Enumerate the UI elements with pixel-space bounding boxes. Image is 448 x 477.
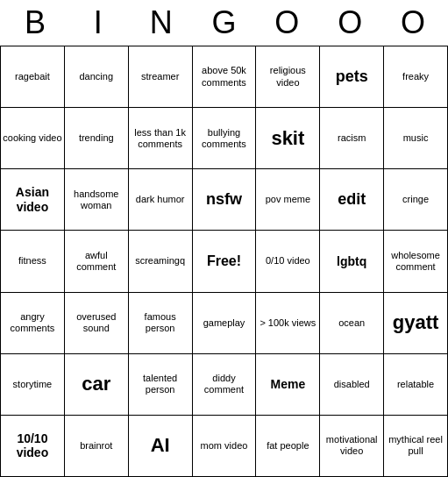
bingo-cell: religious video [256,46,320,108]
bingo-grid: ragebaitdancingstreamerabove 50k comment… [0,46,448,477]
bingo-cell: pov meme [256,169,320,231]
bingo-cell: dark humor [129,169,193,231]
bingo-cell: edit [320,169,384,231]
bingo-cell: angry comments [1,293,65,354]
bingo-cell: music [384,108,448,169]
bingo-cell: famous person [129,293,193,354]
bingo-cell: trending [65,108,129,169]
bingo-letter: N [130,4,193,41]
bingo-cell: Free! [193,231,257,292]
bingo-cell: pets [320,46,384,108]
bingo-cell: 0/10 video [256,231,320,292]
bingo-cell: 10/10 video [1,416,65,477]
bingo-cell: car [65,354,129,416]
bingo-header: BINGOOO [0,0,448,46]
bingo-cell: cringe [384,169,448,231]
bingo-cell: fitness [1,231,65,292]
bingo-cell: mom video [193,416,257,477]
bingo-cell: storytime [1,354,65,416]
bingo-cell: Meme [256,354,320,416]
bingo-cell: AI [129,416,193,477]
bingo-cell: > 100k views [256,293,320,354]
bingo-cell: above 50k comments [193,46,257,108]
bingo-cell: gyatt [384,293,448,354]
bingo-letter: O [255,4,318,41]
bingo-cell: nsfw [193,169,257,231]
bingo-cell: dancing [65,46,129,108]
bingo-cell: relatable [384,354,448,416]
bingo-cell: fat people [256,416,320,477]
bingo-cell: freaky [384,46,448,108]
bingo-letter: O [318,4,381,41]
bingo-cell: Asian video [1,169,65,231]
bingo-cell: screamingq [129,231,193,292]
bingo-cell: gameplay [193,293,257,354]
bingo-cell: ragebait [1,46,65,108]
bingo-cell: wholesome comment [384,231,448,292]
bingo-cell: skit [256,108,320,169]
bingo-cell: racism [320,108,384,169]
bingo-letter: G [193,4,256,41]
bingo-cell: disabled [320,354,384,416]
bingo-cell: brainrot [65,416,129,477]
bingo-letter: B [4,4,67,41]
bingo-cell: motivational video [320,416,384,477]
bingo-cell: lgbtq [320,231,384,292]
bingo-letter: I [67,4,130,41]
bingo-cell: bullying comments [193,108,257,169]
bingo-cell: awful comment [65,231,129,292]
bingo-letter: O [381,4,444,41]
bingo-cell: handsome woman [65,169,129,231]
bingo-cell: diddy comment [193,354,257,416]
bingo-cell: ocean [320,293,384,354]
bingo-cell: less than 1k comments [129,108,193,169]
bingo-cell: talented person [129,354,193,416]
bingo-cell: streamer [129,46,193,108]
bingo-cell: cooking video [1,108,65,169]
bingo-cell: overused sound [65,293,129,354]
bingo-cell: mythical reel pull [384,416,448,477]
